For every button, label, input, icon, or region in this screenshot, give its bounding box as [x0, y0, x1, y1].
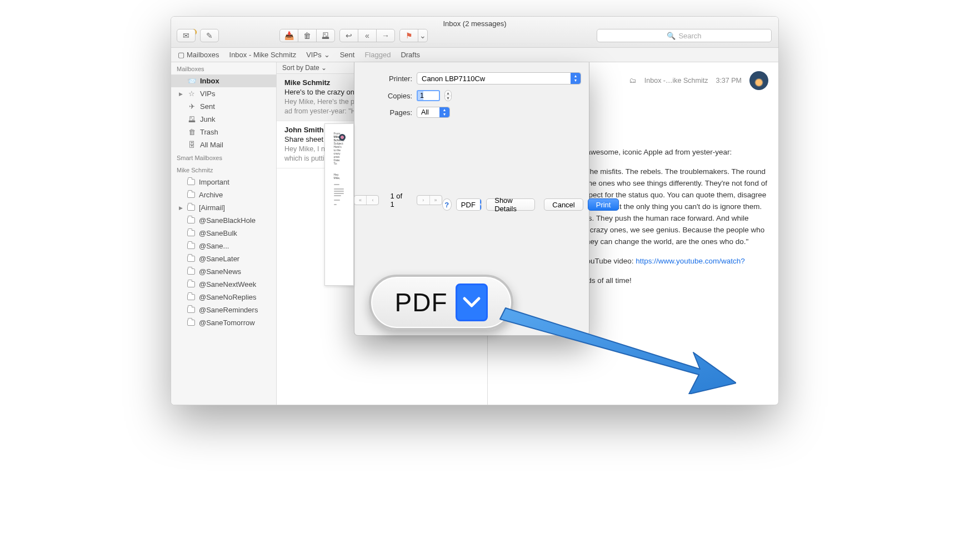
archive-button[interactable]: 📥 — [279, 29, 298, 42]
pages-label: Pages: — [362, 108, 412, 117]
sidebar-header-mailboxes: Mailboxes — [171, 62, 276, 74]
sidebar-item-inbox[interactable]: 📨Inbox — [171, 74, 276, 87]
folder-icon — [187, 230, 195, 236]
sidebar-item-junk[interactable]: 🗳Junk — [171, 113, 276, 126]
favorites-bar: ▢ Mailboxes Inbox - Mike Schmitz VIPs ⌄ … — [171, 48, 778, 62]
sidebar-folder[interactable]: @SaneNoReplies — [171, 291, 276, 304]
first-page-icon: « — [354, 196, 367, 205]
fav-vips[interactable]: VIPs ⌄ — [306, 51, 329, 59]
show-details-button[interactable]: Show Details — [486, 198, 535, 211]
sidebar-item-sent[interactable]: ✈Sent — [171, 100, 276, 113]
sidebar-item-trash[interactable]: 🗑Trash — [171, 126, 276, 138]
trash-icon: 🗑 — [187, 128, 196, 136]
printer-label: Printer: — [362, 74, 412, 83]
reader-folder: Inbox -…ike Schmitz — [644, 77, 708, 84]
folder-icon — [187, 179, 195, 185]
sidebar-folder[interactable]: @SaneBulk — [171, 227, 276, 240]
pager: «‹ 1 of 1 ›» — [354, 123, 442, 277]
sidebar-header-account: Mike Schmitz — [171, 163, 276, 176]
next-page-icon: › — [417, 196, 429, 205]
folder-icon — [187, 320, 195, 326]
folder-icon — [187, 294, 195, 300]
pager-prev[interactable]: «‹ — [354, 195, 379, 205]
junk-button[interactable]: 🗳 — [316, 29, 335, 42]
help-button[interactable]: ? — [442, 198, 452, 211]
compose-button[interactable]: ✎ — [200, 29, 219, 42]
pdf-dropdown-button[interactable]: PDF ▾ — [456, 198, 482, 211]
preview-page: From: Mike Schmitz Subject: Here's to th… — [324, 123, 354, 286]
sidebar-folder[interactable]: @SaneLater — [171, 252, 276, 265]
flag-dropdown[interactable]: ⌄ — [418, 29, 428, 42]
folder-icon — [187, 243, 195, 249]
folder-icon — [187, 205, 195, 211]
delete-button[interactable]: 🗑 — [298, 29, 317, 42]
titlebar: Inbox (2 messages) ✉ ✎ 📥 🗑 🗳 ↩ « → ⚑ ⌄ — [171, 17, 778, 48]
callout-pdf-label: PDF — [395, 287, 448, 317]
pager-next[interactable]: ›» — [417, 195, 442, 205]
folder-icon — [187, 281, 195, 287]
callout-pdf: PDF — [369, 275, 513, 330]
folder-icon — [187, 268, 195, 275]
print-dialog: Printer: Canon LBP7110Cw ▴▾ Copies: ▲▼ P… — [354, 62, 589, 336]
get-mail-button[interactable]: ✉ — [177, 29, 196, 42]
sidebar-folder[interactable]: @SaneNextWeek — [171, 278, 276, 291]
folder-icon: 🗂 — [629, 77, 637, 84]
pages-select[interactable]: All ▴▾ — [417, 107, 450, 118]
fav-mailboxes[interactable]: ▢ Mailboxes — [178, 51, 219, 59]
sidebar-item-vips[interactable]: ▶☆VIPs — [171, 87, 276, 100]
print-preview: From: Mike Schmitz Subject: Here's to th… — [362, 123, 581, 286]
prev-page-icon: ‹ — [366, 196, 378, 205]
chevron-updown-icon: ▴▾ — [439, 107, 449, 117]
avatar — [749, 71, 768, 90]
sidebar: Mailboxes 📨Inbox ▶☆VIPs ✈Sent 🗳Junk 🗑Tra… — [171, 62, 277, 405]
search-placeholder: Search — [678, 32, 701, 40]
sidebar-folder[interactable]: Archive — [171, 188, 276, 201]
folder-icon — [187, 307, 195, 313]
sidebar-item-allmail[interactable]: 🗄All Mail — [171, 138, 276, 151]
chevron-down-icon: ▾ — [480, 199, 482, 210]
sidebar-folder[interactable]: @SaneTomorrow — [171, 316, 276, 329]
reply-button[interactable]: ↩ — [339, 29, 358, 42]
flag-button[interactable]: ⚑ — [399, 29, 418, 42]
archive-icon: 🗄 — [187, 141, 196, 149]
window-title: Inbox (2 messages) — [171, 19, 778, 28]
cancel-button[interactable]: Cancel — [544, 198, 583, 211]
sent-icon: ✈ — [187, 102, 196, 111]
last-page-icon: » — [429, 196, 442, 205]
sidebar-folder[interactable]: @Sane... — [171, 240, 276, 252]
sidebar-folder[interactable]: @SaneReminders — [171, 304, 276, 316]
copies-stepper[interactable]: ▲▼ — [444, 90, 452, 101]
callout-chevron-down-icon — [456, 284, 488, 321]
fav-inbox[interactable]: Inbox - Mike Schmitz — [229, 51, 297, 59]
sidebar-folder[interactable]: @SaneBlackHole — [171, 214, 276, 227]
reader-time: 3:37 PM — [716, 77, 742, 84]
fav-sent[interactable]: Sent — [340, 51, 355, 59]
folder-icon — [187, 192, 195, 198]
forward-button[interactable]: → — [376, 29, 395, 42]
page-indicator: 1 of 1 — [390, 192, 405, 208]
printer-select[interactable]: Canon LBP7110Cw ▴▾ — [417, 72, 581, 84]
star-icon: ☆ — [187, 89, 196, 98]
print-button[interactable]: Print — [588, 198, 619, 211]
fav-flagged[interactable]: Flagged — [364, 51, 391, 59]
inbox-icon: 📨 — [187, 77, 196, 85]
copies-input[interactable] — [417, 90, 440, 101]
search-input[interactable]: 🔍 Search — [597, 29, 772, 42]
reply-all-button[interactable]: « — [358, 29, 377, 42]
fav-drafts[interactable]: Drafts — [401, 51, 420, 59]
sidebar-folder[interactable]: Important — [171, 176, 276, 188]
sidebar-header-smart: Smart Mailboxes — [171, 151, 276, 163]
folder-icon — [187, 256, 195, 262]
sidebar-folder[interactable]: @SaneNews — [171, 265, 276, 278]
copies-label: Copies: — [362, 92, 412, 100]
sidebar-folder[interactable]: ▶[Airmail] — [171, 201, 276, 214]
search-icon: 🔍 — [667, 32, 676, 40]
chevron-updown-icon: ▴▾ — [571, 73, 581, 84]
folder-icon — [187, 217, 195, 223]
junk-icon: 🗳 — [187, 115, 196, 123]
youtube-link[interactable]: https://www.youtube.com/watch? — [636, 257, 745, 265]
